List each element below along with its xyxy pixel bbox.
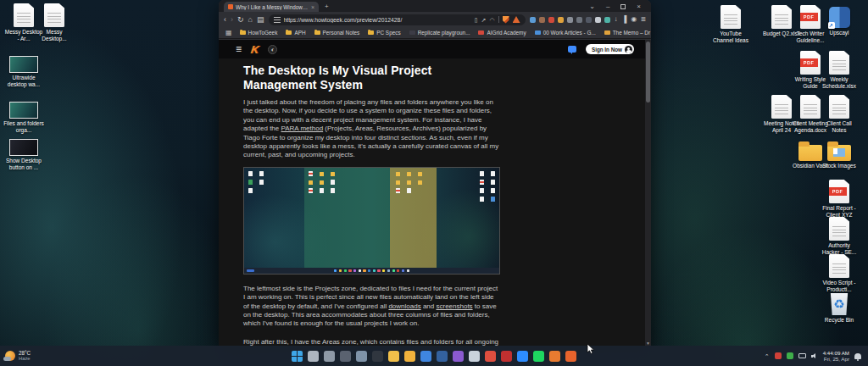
site-info-icon[interactable]	[274, 17, 281, 23]
taskbar-app-icon[interactable]	[420, 351, 431, 362]
downloads-link[interactable]: downloads	[388, 302, 420, 310]
desktop-icon[interactable]: Messy Desktop...	[34, 3, 75, 42]
tab-search-chevron-icon[interactable]: ⌄	[589, 3, 595, 10]
taskbar-app-icon[interactable]	[324, 351, 335, 362]
tray-app-red-icon[interactable]	[775, 352, 782, 359]
bookmark-item[interactable]: HowToGeek	[240, 30, 278, 36]
mini-taskbar-icon	[344, 269, 347, 272]
tray-chevron-icon[interactable]: ⌃	[765, 353, 770, 359]
taskbar-app-icon[interactable]	[437, 351, 448, 362]
taskbar: 28°C Haze	[0, 346, 868, 366]
taskbar-app-icon[interactable]	[517, 351, 528, 362]
desktop-icon[interactable]: Ultrawide desktop wa...	[3, 53, 44, 87]
desktop-icon[interactable]: Weekly Schedule.xlsx	[819, 51, 860, 89]
profile-icon[interactable]: ◉	[631, 16, 637, 23]
forward-icon[interactable]: ›	[231, 16, 233, 24]
speaker-icon[interactable]	[811, 352, 818, 359]
new-tab-button[interactable]: +	[325, 3, 329, 10]
warning-triangle-icon[interactable]	[513, 16, 520, 23]
desktop-icon[interactable]: Video Script - Producti...	[819, 254, 860, 292]
bookmark-item[interactable]: The Memo – Dr Ala...	[604, 30, 651, 36]
taskbar-app-icon[interactable]	[453, 351, 464, 362]
bookmark-item[interactable]: Personal Notes	[314, 30, 360, 36]
extension-icon[interactable]	[586, 17, 592, 23]
back-icon[interactable]: ‹	[224, 16, 226, 24]
desktop-icon[interactable]: Authority Hacker - SE...	[819, 217, 860, 255]
taskbar-app-icon[interactable]	[533, 351, 544, 362]
howtogeek-logo-icon[interactable]: K	[250, 43, 259, 56]
desktop-icon[interactable]: Upscayl	[819, 5, 860, 36]
taskbar-app-icon[interactable]	[292, 351, 303, 362]
desktop-icon[interactable]: ♻ Recycle Bin	[819, 291, 860, 324]
tab-groups-icon[interactable]: ▦	[225, 29, 232, 36]
maximize-button[interactable]	[620, 4, 626, 9]
sidebar-icon[interactable]: ▐	[622, 16, 627, 23]
taskbar-app-icon[interactable]	[565, 351, 576, 362]
display-icon[interactable]	[798, 353, 806, 358]
adguard-shield-icon[interactable]	[503, 16, 509, 24]
taskbar-app-icon[interactable]	[356, 351, 367, 362]
desktop-icon[interactable]: Client Call Notes	[819, 95, 860, 133]
extension-icon[interactable]	[576, 17, 582, 23]
taskbar-app-icon[interactable]	[404, 351, 415, 362]
embedded-desktop-screenshot[interactable]	[243, 167, 500, 274]
taskbar-app-icon[interactable]	[340, 351, 351, 362]
browser-menu-icon[interactable]: ≡	[641, 15, 646, 24]
reading-list-icon[interactable]: ▤	[257, 16, 264, 24]
hamburger-menu-icon[interactable]: ≡	[236, 43, 242, 55]
desktop-icon[interactable]: PDF Final Report - Client XYZ	[819, 180, 860, 218]
extension-icon[interactable]	[539, 17, 545, 23]
bookmark-label: The Memo – Dr Ala...	[613, 30, 651, 36]
bookmark-item[interactable]: AIGrid Academy	[478, 30, 526, 36]
desktop-icon[interactable]: Files and folders orga...	[3, 98, 44, 133]
bookmark-item[interactable]: PC Specs	[368, 30, 400, 36]
extension-icon[interactable]	[558, 17, 564, 23]
browser-tab[interactable]: Why I Like a Messy Windows D ×	[224, 2, 319, 12]
extension-icon[interactable]	[604, 17, 610, 23]
sign-in-button[interactable]: Sign In Now	[586, 44, 634, 54]
home-icon[interactable]: ⌂	[248, 16, 253, 24]
desktop-icon[interactable]: Show Desktop button on ...	[3, 136, 44, 170]
comments-icon[interactable]	[568, 46, 576, 53]
extension-icon[interactable]	[548, 17, 554, 23]
taskbar-app-icon[interactable]	[501, 351, 512, 362]
close-button[interactable]: ×	[637, 3, 641, 10]
notification-bell-icon[interactable]	[854, 353, 861, 359]
theme-toggle-icon[interactable]: ◐	[268, 45, 277, 54]
bookmark-label: Replicate playgroun...	[418, 30, 470, 36]
taskbar-app-icon[interactable]	[372, 351, 383, 362]
weather-widget[interactable]: 28°C Haze	[0, 350, 144, 362]
screenshots-link[interactable]: screenshots	[436, 302, 472, 310]
desktop-icon-label: Authority Hacker - SE...	[819, 242, 860, 255]
taskbar-app-icon[interactable]	[485, 351, 496, 362]
clock[interactable]: 4:44:09 AM Fri, 25, Apr	[823, 350, 849, 362]
bookmark-item[interactable]: 00 Work Articles - G...	[535, 30, 596, 36]
file-icon	[771, 95, 792, 119]
desktop-icon[interactable]: YouTube Channel Ideas	[710, 5, 751, 43]
desktop-icon[interactable]: Stock Images	[819, 139, 860, 169]
tray-app-green-icon[interactable]	[787, 352, 793, 359]
url-bar[interactable]: https://www.howtogeek.com/preview/201242…	[269, 14, 526, 25]
scrollbar-thumb[interactable]	[646, 42, 650, 103]
para-method-link[interactable]: PARA method	[281, 125, 323, 132]
scrollbar[interactable]: ▼	[645, 40, 651, 346]
taskbar-app-icon[interactable]	[388, 351, 399, 362]
taskbar-app-icon[interactable]	[549, 351, 560, 362]
extension-icon[interactable]	[567, 17, 573, 23]
rss-icon[interactable]: ◠	[489, 17, 494, 23]
downloads-icon[interactable]: ↓	[615, 16, 618, 23]
tab-close-icon[interactable]: ×	[311, 4, 314, 10]
share-icon[interactable]: ↗	[481, 17, 487, 23]
url-text[interactable]: https://www.howtogeek.com/preview/201242…	[284, 17, 471, 23]
minimize-button[interactable]: –	[606, 3, 609, 10]
reader-mode-icon[interactable]: ▯	[475, 17, 478, 23]
mini-icons-zone1	[248, 171, 264, 193]
taskbar-app-icon[interactable]	[469, 351, 480, 362]
extension-icon[interactable]	[530, 17, 536, 23]
taskbar-app-icon[interactable]	[308, 351, 319, 362]
extension-icon[interactable]	[595, 17, 601, 23]
bookmark-item[interactable]: Replicate playgroun...	[409, 30, 470, 36]
bookmark-item[interactable]: APH	[286, 30, 305, 36]
tray-date: Fri, 25, Apr	[824, 356, 849, 362]
reload-icon[interactable]: ↻	[237, 16, 244, 24]
